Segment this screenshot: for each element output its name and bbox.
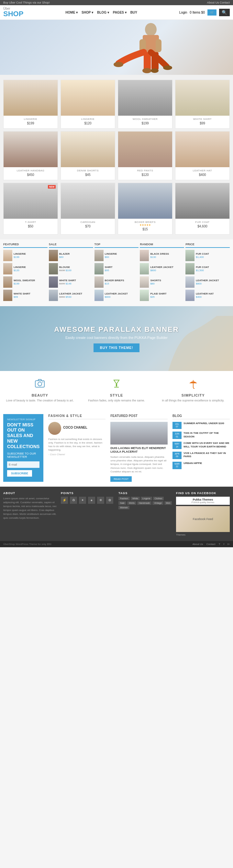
list-item[interactable]: LEATHER JACKET$800 (95, 290, 139, 301)
product-card[interactable]: DENIM SHORTS $45 (61, 131, 115, 180)
point-icon[interactable]: ✿ (106, 497, 113, 504)
list-item[interactable]: LEATHER JACKET$800 (140, 263, 184, 274)
featured-col: FEATURED LINGERIE$199 LINGERIE$120 WOOL … (3, 243, 47, 303)
feature-style: STYLE Fashion fades, only style remains … (80, 377, 154, 403)
list-item[interactable]: LEATHER HAT$400 (186, 290, 230, 301)
buy-theme-button[interactable]: BUY THIS THEME! (94, 343, 140, 352)
tag[interactable]: Clothes (153, 497, 164, 500)
product-card[interactable]: NEW T-SHIRT $50 (3, 183, 58, 235)
list-item[interactable]: BLACK DRESS$130 (140, 250, 184, 261)
tag[interactable]: Fashion (119, 497, 130, 500)
list-item[interactable]: BLAZER$60 (49, 250, 93, 261)
footer-twitter-link[interactable]: T (219, 543, 221, 546)
point-icon[interactable]: ❄ (97, 497, 104, 504)
cocktail-icon (80, 377, 154, 392)
item-info: LEATHER JACKET$660 $530 (59, 292, 93, 299)
product-image-bg (118, 80, 172, 116)
fashion-col-header: FASHION & STYLE (48, 414, 105, 419)
nav-home[interactable]: HOME ▾ (65, 11, 78, 14)
search-button[interactable]: 🔍 (219, 9, 230, 16)
nav-buy[interactable]: BUY (130, 11, 137, 14)
product-image-bg (175, 80, 229, 116)
list-item[interactable]: LINGERIE$120 (3, 263, 47, 274)
tag[interactable]: Vintage (153, 501, 163, 505)
product-card[interactable]: LINGERIE $199 (3, 80, 58, 129)
list-item[interactable]: FUR COAT$1,400 (186, 250, 230, 261)
tag[interactable]: Women (119, 506, 129, 509)
tag[interactable]: Handmade (137, 501, 152, 505)
footer-social-link[interactable]: t+ (228, 543, 230, 546)
tag[interactable]: White (131, 497, 140, 500)
featured-post-col: FEATURED POST DUIS LACINIA METUS ELIT HE… (110, 414, 168, 482)
blog-date: JUN01 (172, 432, 181, 439)
blog-date: JUL07 (172, 422, 181, 429)
product-card[interactable]: CARDIGAN $70 (61, 183, 115, 235)
svg-rect-13 (116, 384, 117, 386)
read-more-button[interactable]: READ POST (110, 476, 132, 482)
tag[interactable]: Sale (119, 501, 126, 505)
svg-point-8 (113, 62, 123, 67)
product-card[interactable]: LINGERIE $120 (61, 80, 115, 129)
cart-button[interactable]: 🛒 (207, 9, 217, 16)
login-link[interactable]: Login (179, 11, 187, 14)
list-item[interactable]: SHIRT$95 (95, 263, 139, 274)
col-header: SALE (49, 243, 93, 248)
product-card[interactable]: LEATHER HAT $400 (175, 131, 230, 180)
list-item[interactable]: WHITE SHIRT$199 $146 (49, 276, 93, 288)
product-card[interactable]: RED PANTS $120 (118, 131, 172, 180)
item-info: BLOUSE$130 $100 (59, 266, 93, 272)
blog-date: MAR22 (172, 462, 181, 469)
blog-item[interactable]: MAY14 COME WITH US EVERY DAY AND WE WILL… (172, 442, 230, 449)
top-bar-text: Buy Uber Cool Things via our Shop! (3, 1, 49, 4)
list-item[interactable]: LEATHER JACKET$800 (186, 276, 230, 288)
tag[interactable]: Lingerie (141, 497, 152, 500)
product-card[interactable]: LEATHER HANDBAG $450 (3, 131, 58, 180)
blog-item[interactable]: JUN01 THIS IS THE OUTFIT OF THE SEASON (172, 432, 230, 439)
list-item[interactable]: SHORTS$80 (140, 276, 184, 288)
blog-header: BLOG (172, 414, 230, 419)
product-card[interactable]: WHITE SHIRT $99 (175, 80, 230, 129)
list-item[interactable]: BLOUSE$130 $100 (49, 263, 93, 274)
newsletter-col-header: NEWSLETTER SIGNUP (7, 418, 39, 421)
list-item[interactable]: LINGERIE$60 (95, 250, 139, 261)
tag[interactable]: Shirts (127, 501, 136, 505)
email-field[interactable] (7, 461, 39, 468)
nav-pages[interactable]: PAGES ▾ (113, 11, 127, 14)
product-price: $199 (118, 122, 172, 125)
footer-about-link[interactable]: About Us (193, 543, 203, 546)
featured-post-title: DUIS LACINIA METUS ELIT HENDRERIT LIGULA… (110, 446, 168, 454)
blog-item[interactable]: MAR22 URBAN HIPPIE (172, 462, 230, 469)
logo: Über SHOP (3, 7, 23, 18)
nav-shop[interactable]: SHOP ▾ (81, 11, 93, 14)
point-icon[interactable]: ♻ (70, 497, 77, 504)
item-info: LEATHER HAT$400 (196, 292, 230, 299)
nav-blog[interactable]: BLOG ▾ (97, 11, 109, 14)
list-item[interactable]: LINGERIE$199 (3, 250, 47, 261)
footer-contact-link[interactable]: Contact (206, 543, 215, 546)
product-name: DENIM SHORTS (61, 169, 115, 172)
contact-link[interactable]: Contact (220, 1, 230, 4)
blog-item[interactable]: APR09 VIVE LA FRANCE AS THEY SAY IN PARI… (172, 452, 230, 459)
footer-facebook-link[interactable]: f (224, 543, 224, 546)
list-item[interactable]: LEATHER JACKET$660 $530 (49, 290, 93, 301)
point-icon[interactable]: ✦ (79, 497, 86, 504)
top-bar: Buy Uber Cool Things via our Shop! About… (0, 0, 233, 5)
svg-rect-3 (156, 39, 162, 52)
product-card[interactable]: WOOL SWEATHER $199 (118, 80, 172, 129)
feature-desc: Fashion fades, only style remains the sa… (80, 399, 154, 403)
featured-section: FEATURED LINGERIE$199 LINGERIE$120 WOOL … (0, 240, 233, 306)
list-item[interactable]: WOOL SWEATER$199 (3, 276, 47, 288)
point-icon[interactable]: ♠ (88, 497, 95, 504)
list-item[interactable]: PLAID SHIRT$35 (140, 290, 184, 301)
blog-item[interactable]: JUL07 SUMMER APPAREL UNDER $100 (172, 422, 230, 429)
list-item[interactable]: WHITE SHIRT$99 (3, 290, 47, 301)
product-card[interactable]: BOXER BRIEFS ★★★★★ $15 (118, 183, 172, 235)
product-card[interactable]: FUR COAT $4,600 (175, 183, 230, 235)
point-icon[interactable]: ⚡ (61, 497, 68, 504)
subscribe-button[interactable]: SUBSCRIBE (7, 470, 32, 476)
newsletter-col: NEWSLETTER SIGNUP DON'T MISS OUT ON SALE… (3, 414, 43, 482)
list-item[interactable]: FUR COAT$1,500 (186, 263, 230, 274)
about-link[interactable]: About Us (207, 1, 219, 4)
list-item[interactable]: BOXER BRIEFS$15 (95, 276, 139, 288)
tag[interactable]: Men (164, 501, 172, 505)
